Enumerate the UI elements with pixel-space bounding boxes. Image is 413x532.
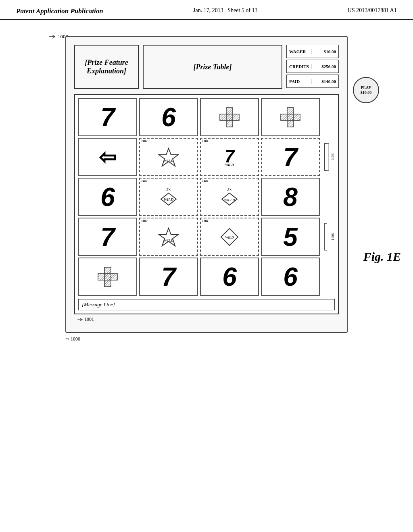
svg-rect-11 — [220, 114, 239, 121]
cross3-icon — [280, 107, 301, 128]
bracket-1106b-svg — [322, 218, 331, 256]
info-panel: WAGER $10.00 CREDITS $256.00 PAID $140.0… — [286, 45, 339, 89]
svg-text:WiLLD: WiLLD — [224, 198, 235, 202]
cell-r4c3: 1104 WiLD — [200, 218, 259, 256]
svg-marker-3 — [159, 148, 178, 166]
bracket-1106a-svg — [322, 138, 331, 176]
prize-table-box: [Prize Table] — [143, 45, 282, 89]
publication-number: US 2013/0017881 A1 — [348, 7, 397, 14]
publication-date-sheet: Jan. 17, 2013 Sheet 5 of 13 — [193, 7, 257, 14]
cell-r4c2: 1102 WILD — [139, 218, 198, 256]
cell-r2c3: 1104 7 W​iLD — [200, 138, 259, 176]
cell-r5c4: 6 — [261, 258, 320, 296]
machine-frame: [Prize Feature Explanation] [Prize Table… — [65, 36, 348, 333]
cell-r1c2: 6 — [139, 98, 198, 136]
bracket-1106b: 1106 — [322, 218, 335, 256]
svg-marker-7 — [159, 228, 178, 246]
play-button-container: PLAY $10.00 — [353, 77, 379, 103]
reel-col-4: 7 8 5 6 — [261, 98, 320, 296]
svg-rect-18 — [281, 114, 300, 121]
cell-r5c1 — [78, 258, 137, 296]
paid-label: PAID — [289, 79, 311, 84]
cell-label-1401b: 1401 — [202, 179, 209, 183]
cell-r5c2: 7 — [139, 258, 198, 296]
credits-value: $256.00 — [311, 64, 336, 69]
cell-r2c2: 1102 WILD — [139, 138, 198, 176]
wager-value: $10.00 — [311, 49, 336, 54]
label-1001: 1001 — [77, 316, 94, 322]
cell-r3c2: 1401 2× WiLD — [139, 178, 198, 216]
svg-rect-2 — [98, 274, 117, 280]
cell-label-1104a: 1104 — [202, 139, 209, 143]
wager-row: WAGER $10.00 — [286, 45, 339, 58]
paid-value: $140.00 — [311, 79, 336, 84]
reel-col-3: 1104 7 W​iLD 1401 2× WiLLD — [200, 98, 259, 296]
cell-label-1102a: 1102 — [141, 139, 148, 143]
game-board: 1001 7 ⇦ 6 — [74, 94, 339, 314]
cell-r4c1: 7 — [78, 218, 137, 256]
sheet-info: Sheet 5 of 13 — [227, 7, 257, 13]
svg-text:WILD: WILD — [164, 159, 173, 163]
cell-r3c1: 6 — [78, 178, 137, 216]
prize-feature-box: [Prize Feature Explanation] — [74, 45, 139, 89]
arrow-1001-icon — [77, 318, 83, 322]
arrow-1000-icon — [48, 34, 56, 39]
play-button[interactable]: PLAY $10.00 — [353, 77, 379, 103]
cell-label-1401a: 1401 — [141, 179, 148, 183]
svg-text:WiLD: WiLD — [164, 197, 174, 202]
cell-r5c3: 6 — [200, 258, 259, 296]
wild-star-icon: WILD — [158, 147, 179, 168]
credits-label: CREDITS — [289, 64, 311, 69]
page-header: Patent Application Publication Jan. 17, … — [0, 0, 413, 20]
credits-row: CREDITS $256.00 — [286, 60, 339, 73]
reel-col-2: 6 1102 WILD 1401 2× — [139, 98, 198, 296]
cell-r1c1: 7 — [78, 98, 137, 136]
pub-date: Jan. 17, 2013 — [193, 7, 223, 13]
cell-r3c3: 1401 2× WiLLD — [200, 178, 259, 216]
cell-r1c3 — [200, 98, 259, 136]
cell-label-1104b: 1104 — [202, 219, 209, 223]
reel-col-1: 7 ⇦ 6 7 — [78, 98, 137, 296]
cell-r2c1: ⇦ — [78, 138, 137, 176]
svg-text:WILD: WILD — [164, 239, 173, 243]
wild-lld-icon: WiLLD — [221, 192, 238, 206]
cell-label-1102b: 1102 — [141, 219, 148, 223]
bracket-1106a: 1106 — [322, 138, 335, 176]
wild-diamond-icon: WiLD — [219, 227, 240, 247]
cell-r3c4: 8 — [261, 178, 320, 216]
cell-r4c4: 5 — [261, 218, 320, 256]
cross2-icon — [219, 107, 240, 128]
top-section: [Prize Feature Explanation] [Prize Table… — [74, 45, 339, 89]
wild-star2-icon: WILD — [158, 227, 179, 247]
message-line: [Message Line] — [78, 299, 335, 310]
cell-r1c4 — [261, 98, 320, 136]
cell-r2c4: 7 — [261, 138, 320, 176]
main-content: 1000 [Prize Feature Explanation] [Prize … — [0, 20, 413, 352]
bracket-col: 1106 1106 — [322, 98, 335, 296]
cross-icon — [97, 266, 118, 287]
wild-d-icon: WiLD — [160, 192, 177, 206]
fig-label: Fig. 1E — [363, 250, 401, 264]
wager-label: WAGER — [289, 49, 311, 54]
reel-grid: 7 ⇦ 6 7 — [78, 98, 335, 296]
svg-text:WiLD: WiLD — [225, 235, 234, 239]
publication-title: Patent Application Publication — [16, 7, 103, 15]
paid-row: PAID $140.00 — [286, 75, 339, 88]
